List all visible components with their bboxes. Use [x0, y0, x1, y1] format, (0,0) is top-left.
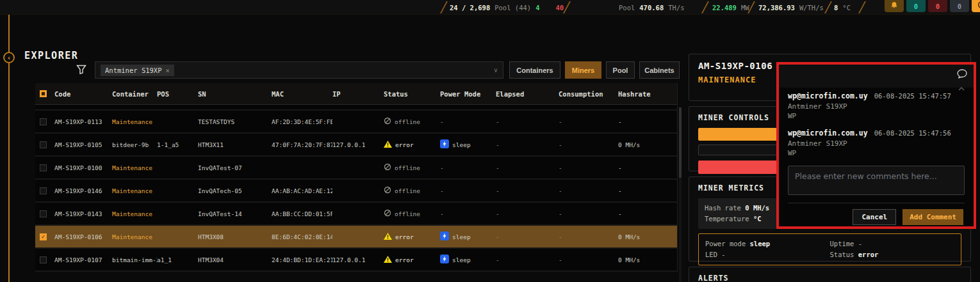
collapse-panel-button[interactable]: ‹ [3, 52, 15, 63]
tab-cabinets[interactable]: Cabinets [639, 61, 680, 79]
cell-mac: 24:4D:BD:1D:EA:21 [272, 249, 332, 270]
cell-ip [332, 203, 384, 224]
cell-power-mode: - [440, 157, 496, 178]
row-checkbox[interactable] [35, 134, 54, 155]
column-header[interactable]: IP [332, 83, 384, 104]
column-header[interactable]: SN [198, 83, 272, 104]
table-row[interactable]: AM-S19XP-0113MaintenanceTESTASTDYSAF:2D:… [35, 111, 677, 134]
cell-elapsed: - [496, 157, 559, 178]
table-row[interactable]: ✓AM-S19XP-0106MaintenanceHTM3X088E:6D:4C… [35, 226, 677, 249]
filter-tag: Antminer S19XP × [101, 65, 174, 76]
power-status-box: Power mode sleep Uptime - LED - Status e… [698, 233, 961, 265]
dismiss-all-button[interactable] [972, 0, 980, 12]
bell-icon [890, 1, 898, 10]
cell-ip: 127.0.0.1 [332, 249, 384, 270]
cell-elapsed: - [496, 180, 559, 201]
cell-elapsed: - [496, 203, 559, 224]
cell-ip [332, 180, 384, 201]
table-scrollbar[interactable] [679, 107, 682, 282]
temperature-stat: 8 °C [834, 0, 851, 15]
efficiency-value: 72,386.93 [758, 4, 795, 12]
miner-ratio: 24 / 2,698 [450, 4, 490, 12]
cell-hashrate: 0 MH/s [618, 249, 677, 270]
cell-consumption: - [559, 226, 618, 247]
row-checkbox[interactable]: ✓ [35, 226, 54, 247]
cell-pos: a1_1 [157, 249, 198, 270]
table-header-row: CodeContainerPOSSNMACIPStatusPower ModeE… [35, 83, 677, 105]
column-header[interactable]: Code [54, 83, 112, 104]
select-all-checkbox[interactable] [35, 83, 54, 104]
column-header[interactable]: MAC [272, 83, 332, 104]
table-row[interactable]: AM-S19XP-0107bitmain-imm-2a1_1HTM3X0424:… [35, 249, 677, 272]
cell-sn: TESTASTDYS [198, 111, 272, 132]
cell-mac [272, 157, 332, 178]
add-comment-button[interactable]: Add Comment [902, 209, 963, 225]
cell-status: error [384, 249, 440, 270]
row-checkbox[interactable] [35, 249, 54, 270]
led-line: LED - [705, 249, 830, 260]
chevron-down-icon[interactable]: ∨ [494, 67, 498, 74]
table-body: AM-S19XP-0113MaintenanceTESTASTDYSAF:2D:… [35, 111, 677, 272]
teal-counter-badge[interactable]: 0 [906, 0, 926, 12]
filter-input[interactable]: Antminer S19XP × ∨ [95, 61, 503, 79]
table-row[interactable]: AM-S19XP-0143MaintenanceInvQATest-14AA:B… [35, 203, 677, 226]
table-row[interactable]: AM-S19XP-0146MaintenanceInvQATech-05AA:A… [35, 180, 677, 203]
scrollbar-thumb[interactable] [679, 107, 682, 178]
cell-hashrate: - [618, 157, 677, 178]
remove-tag-icon[interactable]: × [166, 67, 170, 74]
gray-counter-badge[interactable]: 0 [950, 0, 969, 12]
cell-pos: 1-1_a5 [157, 134, 198, 155]
comment-item: wp@microfin.com.uy 06-08-2025 15:47:57 A… [788, 91, 965, 120]
efficiency-stat: 72,386.93 W/TH/s [758, 0, 824, 15]
partial-row [35, 105, 677, 111]
column-header[interactable]: Hashrate [618, 83, 677, 104]
offline-icon [384, 117, 391, 126]
circle-x-icon [977, 1, 980, 10]
cell-mac: AF:2D:3D:4E:5F:FE [272, 111, 332, 132]
tab-miners[interactable]: Miners [565, 61, 601, 79]
alerts-title: ALERTS [698, 274, 961, 282]
comment-timestamp: 06-08-2025 15:47:57 [874, 92, 951, 100]
row-checkbox[interactable] [35, 157, 54, 178]
cell-hashrate: - [618, 180, 677, 201]
column-header[interactable]: POS [157, 83, 198, 104]
cell-code: AM-S19XP-0113 [54, 111, 112, 132]
cell-code: AM-S19XP-0105 [54, 134, 112, 155]
cell-sn: InvQATest-07 [198, 157, 272, 178]
power-unit: MW [741, 4, 749, 12]
cancel-button[interactable]: Cancel [853, 209, 896, 225]
cell-power-mode: sleep [440, 134, 496, 155]
row-checkbox[interactable] [35, 180, 54, 201]
column-header[interactable]: Consumption [559, 83, 618, 104]
table-row[interactable]: AM-S19XP-0100MaintenanceInvQATest-07offl… [35, 157, 677, 180]
cell-power-mode: - [440, 111, 496, 132]
tab-pool[interactable]: Pool [606, 61, 635, 79]
filter-icon [76, 65, 86, 77]
row-checkbox[interactable] [35, 111, 54, 132]
table-row[interactable]: AM-S19XP-0105bitdeer-9b1-1_a5HTM3X1147:0… [35, 134, 677, 157]
chevron-up-icon[interactable] [958, 81, 965, 93]
filter-tag-label: Antminer S19XP [105, 67, 162, 74]
cell-consumption: - [559, 180, 618, 201]
column-header[interactable]: Elapsed [496, 83, 559, 104]
cell-mac: AA:AB:AC:AD:AE:12 [272, 180, 332, 201]
cell-container: bitdeer-9b [112, 134, 157, 155]
row-checkbox[interactable] [35, 203, 54, 224]
tab-containers[interactable]: Containers [509, 61, 560, 79]
status-line: Status error [830, 249, 955, 260]
column-header[interactable]: Status [384, 83, 440, 104]
column-header[interactable]: Power Mode [440, 83, 496, 104]
cell-ip [332, 111, 384, 132]
new-comment-input[interactable] [788, 166, 965, 195]
cell-status: error [384, 134, 440, 155]
warning-icon [384, 256, 392, 264]
comment-bubble-icon[interactable] [957, 69, 967, 81]
cell-sn: HTM3X11 [198, 134, 272, 155]
power-value: 22.489 [712, 4, 737, 12]
column-header[interactable]: Container [112, 83, 157, 104]
notifications-button[interactable] [885, 0, 904, 12]
pool-hash-unit: TH/s [668, 4, 684, 12]
red-counter-badge[interactable]: 0 [928, 0, 947, 12]
comments-dialog-header [779, 65, 974, 88]
cell-consumption: - [559, 134, 618, 155]
